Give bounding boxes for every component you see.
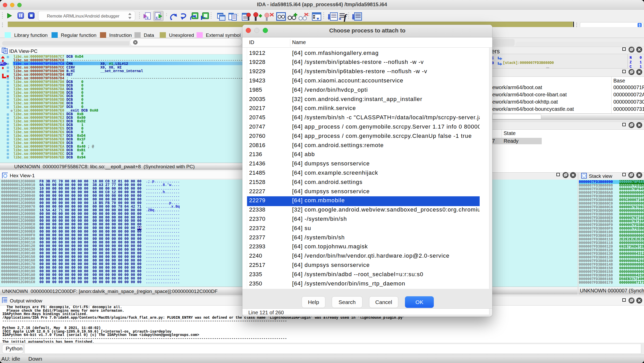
svg-text:c: c [147, 15, 149, 20]
svg-text:c: c [156, 15, 158, 20]
svg-text:f: f [344, 13, 348, 22]
